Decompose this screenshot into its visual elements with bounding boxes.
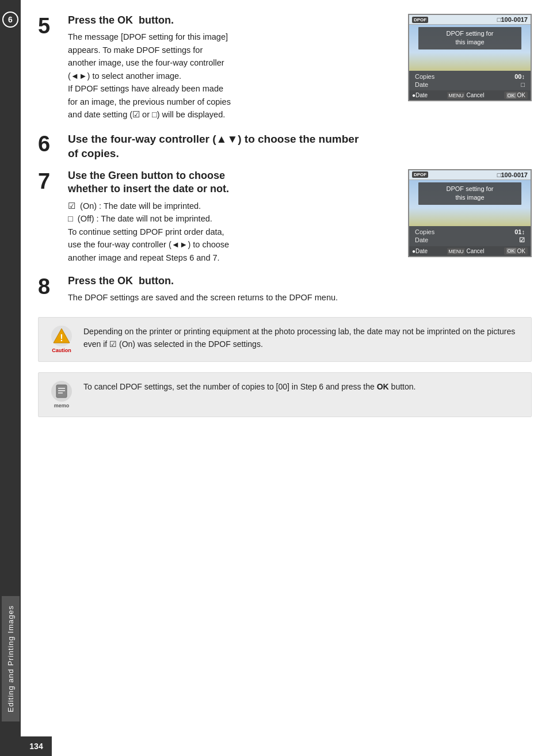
cam2-sky-area: DPOF setting forthis image: [409, 180, 531, 226]
caution-text: Depending on the printer or printing equ…: [83, 326, 522, 350]
cam2-top-bar: DPOF □100-0017: [409, 170, 531, 180]
memo-icon-inner: memo: [48, 381, 75, 408]
step-7-title: Use the Green button to choosewhether to…: [68, 169, 398, 196]
step-5-body: The message [DPOF setting for this image…: [68, 30, 398, 121]
cam2-copies-label: Copies: [415, 228, 434, 235]
cam2-bottom-bar: ●Date MENU Cancel OK OK: [409, 246, 531, 256]
memo-box: memo To cancel DPOF settings, set the nu…: [38, 372, 532, 417]
memo-svg-icon: [54, 383, 70, 399]
step-5-text: Press the OK button. The message [DPOF s…: [68, 14, 398, 121]
step-6: 6 Use the four-way controller (▲▼) to ch…: [38, 132, 532, 161]
cam2-menu-cancel: MENU Cancel: [447, 248, 484, 254]
step-8-number: 8: [38, 274, 68, 304]
step-8-content: Press the OK button. The DPOF settings a…: [68, 274, 532, 304]
svg-rect-3: [58, 388, 65, 389]
cam1-sky-area: DPOF setting forthis image: [409, 25, 531, 71]
step-5-number: 5: [38, 14, 68, 121]
step-5: 5 Press the OK button. The message [DPOF…: [38, 14, 532, 121]
step-8-body: The DPOF settings are saved and the scre…: [68, 291, 532, 304]
cam2-copies-row: Copies 01↕: [415, 228, 525, 236]
cam1-date-value: □: [521, 81, 525, 88]
step-7: 7 Use the Green button to choosewhether …: [38, 169, 532, 264]
camera-screen-2: DPOF □100-0017 DPOF setting forthis imag…: [408, 169, 532, 257]
cam1-date-row: Date □: [415, 81, 525, 89]
cam2-date-row: Date ☑: [415, 236, 525, 245]
cam1-menu-cancel: MENU Cancel: [447, 92, 484, 98]
caution-box: ! Caution Depending on the printer or pr…: [38, 317, 532, 362]
cam2-dialog: DPOF setting forthis image: [418, 182, 521, 205]
sidebar-chapter-number: 6: [2, 12, 18, 28]
svg-rect-4: [58, 390, 65, 391]
cam1-top-bar: DPOF □100-0017: [409, 15, 531, 25]
cam2-file-id: □100-0017: [497, 171, 528, 178]
step-7-image: DPOF □100-0017 DPOF setting forthis imag…: [408, 169, 532, 264]
cam1-date-btn: ●Date: [412, 92, 428, 98]
cam1-dpof-icon: DPOF: [412, 17, 428, 23]
sidebar-tab-label: Editing and Printing Images: [2, 596, 20, 721]
memo-text: To cancel DPOF settings, set the number …: [83, 381, 415, 394]
step-8-title: Press the OK button.: [68, 274, 532, 288]
step-8: 8 Press the OK button. The DPOF settings…: [38, 274, 532, 304]
memo-label: memo: [54, 403, 70, 408]
cam1-fields: Copies 00↕ Date □: [409, 71, 531, 90]
step-7-body: ☑ (On) : The date will be imprinted. □ (…: [68, 200, 398, 264]
caution-label: Caution: [52, 348, 71, 353]
cam1-date-label: Date: [415, 81, 428, 88]
memo-icon-img: [51, 381, 72, 402]
cam2-date-label: Date: [415, 236, 428, 243]
cam1-copies-label: Copies: [415, 73, 434, 80]
cam1-bottom-bar: ●Date MENU Cancel OK OK: [409, 90, 531, 100]
step-6-number: 6: [38, 132, 68, 161]
step-5-title: Press the OK button.: [68, 14, 398, 27]
caution-svg-icon: !: [52, 327, 71, 345]
step-7-text: Use the Green button to choosewhether to…: [68, 169, 398, 264]
cam1-dialog: DPOF setting forthis image: [418, 27, 521, 49]
cam2-date-value: ☑: [519, 236, 525, 244]
step-7-content: Use the Green button to choosewhether to…: [68, 169, 532, 264]
step-6-content: Use the four-way controller (▲▼) to choo…: [68, 132, 532, 161]
step-7-number: 7: [38, 169, 68, 264]
svg-text:!: !: [60, 333, 63, 343]
cam1-file-id: □100-0017: [497, 16, 528, 23]
caution-icon-area: ! Caution: [48, 326, 75, 353]
cam1-copies-row: Copies 00↕: [415, 72, 525, 81]
caution-icon-img: !: [51, 326, 72, 346]
step-5-content: Press the OK button. The message [DPOF s…: [68, 14, 532, 121]
caution-icon-inner: ! Caution: [48, 326, 75, 353]
memo-icon-area: memo: [48, 381, 75, 408]
camera-screen-1: DPOF □100-0017 DPOF setting forthis imag…: [408, 14, 532, 101]
cam2-date-btn: ●Date: [412, 248, 428, 254]
cam1-copies-value: 00↕: [514, 73, 525, 80]
main-content: 5 Press the OK button. The message [DPOF…: [21, 0, 549, 756]
svg-rect-5: [58, 392, 63, 394]
cam2-copies-value: 01↕: [514, 228, 525, 235]
step-6-title: Use the four-way controller (▲▼) to choo…: [68, 132, 532, 161]
cam2-fields: Copies 01↕ Date ☑: [409, 226, 531, 246]
sidebar: 6 Editing and Printing Images: [0, 0, 21, 756]
step-5-image: DPOF □100-0017 DPOF setting forthis imag…: [408, 14, 532, 121]
page-number: 134: [21, 736, 52, 756]
cam1-ok-btn: OK OK: [504, 91, 528, 99]
cam2-ok-btn: OK OK: [504, 247, 528, 255]
cam2-dpof-icon: DPOF: [412, 171, 428, 178]
